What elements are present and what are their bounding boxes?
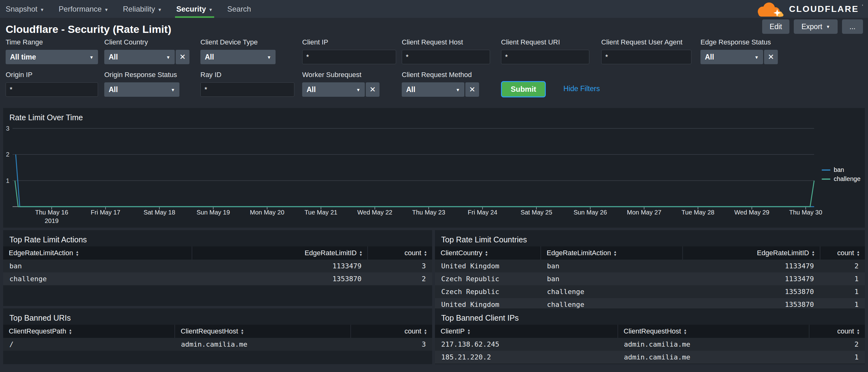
legend-item-challenge[interactable]: challenge [822, 175, 861, 183]
panel-title: Top Banned URIs [3, 308, 432, 322]
column-header-clientrequestpath[interactable]: ClientRequestPath▴▾ [3, 325, 175, 338]
sort-icon: ▴▾ [468, 329, 470, 335]
clear-client-request-method-button[interactable]: ✕ [465, 82, 479, 97]
worker-subrequest-select[interactable]: All ▼ [302, 82, 365, 97]
filter-label: Client IP [302, 38, 396, 47]
panel-top-rate-limit-countries: Top Rate Limit Countries ClientCountry▴▾… [435, 230, 865, 306]
filter-origin-ip: Origin IP [6, 71, 99, 97]
sort-icon: ▴▾ [614, 250, 616, 256]
export-button[interactable]: Export ▼ [794, 20, 837, 34]
chart-legend: ban challenge [822, 166, 861, 183]
origin-response-status-select[interactable]: All ▼ [104, 82, 179, 97]
client-country-select[interactable]: All ▼ [104, 50, 175, 64]
nav-item-snapshot[interactable]: Snapshot ▼ [6, 0, 44, 18]
chevron-down-icon: ▼ [754, 55, 759, 60]
client-request-uri-input[interactable] [501, 50, 589, 64]
ellipsis-icon: ... [849, 23, 856, 31]
edit-button[interactable]: Edit [762, 20, 790, 34]
x-axis-tick-label: Tue May 28 [671, 209, 725, 216]
clear-worker-subrequest-button[interactable]: ✕ [366, 82, 379, 97]
table-cell: Czech Republic [435, 272, 541, 285]
clear-client-country-button[interactable]: ✕ [176, 50, 189, 64]
table-row: /admin.camilia.me3 [3, 338, 432, 351]
nav-item-security[interactable]: Security ▼ [176, 0, 213, 18]
submit-button[interactable]: Submit [501, 81, 546, 97]
chevron-down-icon: ▼ [826, 24, 830, 29]
column-header-count[interactable]: count▴▾ [820, 246, 865, 259]
client-request-method-select[interactable]: All ▼ [402, 82, 464, 97]
filter-label: Client Device Type [200, 38, 297, 47]
client-request-user-agent-input[interactable] [601, 50, 691, 64]
filter-row-1: Time Range All time ▼ Client Country All… [6, 38, 786, 64]
nav-item-reliability[interactable]: Reliability ▼ [123, 0, 162, 18]
filter-label: Client Request User Agent [601, 38, 695, 47]
client-device-type-select[interactable]: All ▼ [200, 50, 276, 64]
filter-ray-id: Ray ID [200, 71, 297, 97]
top-rate-limit-actions-table: EdgeRateLimitAction▴▾EdgeRateLimitID▴▾co… [3, 246, 432, 285]
filter-worker-subrequest: Worker Subrequest All ▼ ✕ [302, 71, 396, 97]
column-header-clientcountry[interactable]: ClientCountry▴▾ [435, 246, 541, 259]
column-header-clientip[interactable]: ClientIP▴▾ [435, 325, 618, 338]
legend-item-ban[interactable]: ban [822, 166, 861, 174]
ray-id-input[interactable] [200, 82, 294, 97]
table-cell: admin.camilia.me [175, 338, 351, 351]
client-ip-input[interactable] [302, 50, 396, 64]
x-axis-tick-label: Thu May 23 [402, 209, 456, 216]
edge-response-status-select[interactable]: All ▼ [701, 50, 763, 64]
button-label: Edit [770, 23, 782, 31]
select-value: All [705, 53, 714, 61]
filter-client-request-user-agent: Client Request User Agent [601, 38, 695, 64]
table-row: Czech Republicchallenge13538701 [435, 285, 865, 298]
select-value: All [108, 86, 118, 94]
nav-label: Snapshot [6, 5, 37, 13]
more-options-button[interactable]: ... [842, 20, 863, 34]
sort-icon: ▴▾ [241, 329, 243, 335]
nav-label: Security [176, 5, 206, 13]
chevron-down-icon: ▼ [166, 55, 170, 60]
active-tab-underline [175, 16, 214, 18]
x-axis-tick-label: Sun May 19 [186, 209, 240, 216]
nav-item-search[interactable]: Search [227, 0, 251, 18]
hide-filters-link[interactable]: Hide Filters [563, 85, 600, 97]
column-header-clientrequesthost[interactable]: ClientRequestHost▴▾ [618, 325, 809, 338]
column-header-edgeratelimitid[interactable]: EdgeRateLimitID▴▾ [683, 246, 820, 259]
x-axis-tick-label: Sat May 18 [132, 209, 186, 216]
table-cell: 1133479 [192, 259, 368, 272]
panel-top-banned-uris: Top Banned URIs ClientRequestPath▴▾Clien… [3, 308, 432, 364]
table-cell: ban [3, 259, 192, 272]
table-row: challenge13538702 [3, 272, 432, 285]
table-cell: 1133479 [683, 272, 820, 285]
filter-client-request-uri: Client Request URI [501, 38, 596, 64]
column-header-count[interactable]: count▴▾ [351, 325, 432, 338]
column-header-count[interactable]: count▴▾ [809, 325, 865, 338]
clear-edge-response-status-button[interactable]: ✕ [764, 50, 778, 64]
chevron-down-icon: ▼ [40, 7, 44, 12]
client-request-host-input[interactable] [402, 50, 490, 64]
sort-icon: ▴▾ [424, 329, 427, 335]
filter-client-device-type: Client Device Type All ▼ [200, 38, 297, 64]
column-header-edgeratelimitid[interactable]: EdgeRateLimitID▴▾ [192, 246, 368, 259]
panel-top-rate-limit-actions: Top Rate Limit Actions EdgeRateLimitActi… [3, 230, 432, 306]
legend-challenge-swatch [822, 179, 830, 180]
table-cell: challenge [3, 272, 192, 285]
panel-title: Top Rate Limit Actions [3, 230, 432, 244]
x-axis-labels: Thu May 162019Fri May 17Sat May 18Sun Ma… [3, 209, 865, 226]
column-header-clientrequesthost[interactable]: ClientRequestHost▴▾ [175, 325, 351, 338]
chevron-down-icon: ▼ [89, 55, 94, 60]
x-axis-tick-label: Fri May 24 [456, 209, 509, 216]
column-header-edgeratelimitaction[interactable]: EdgeRateLimitAction▴▾ [3, 246, 192, 259]
column-header-count[interactable]: count▴▾ [368, 246, 432, 259]
column-header-edgeratelimitaction[interactable]: EdgeRateLimitAction▴▾ [541, 246, 683, 259]
origin-ip-input[interactable] [6, 82, 98, 97]
filter-label: Time Range [6, 38, 99, 47]
x-axis-tick-label: Fri May 17 [79, 209, 132, 216]
nav-item-performance[interactable]: Performance ▼ [59, 0, 108, 18]
chevron-down-icon: ▼ [209, 7, 213, 12]
table-row: 185.21.220.2admin.camilia.me1 [435, 351, 865, 364]
top-rate-limit-countries-table: ClientCountry▴▾EdgeRateLimitAction▴▾Edge… [435, 246, 865, 311]
sort-icon: ▴▾ [812, 250, 814, 256]
panel-rate-limit-over-time: Rate Limit Over Time 123 Thu May 162019F… [3, 108, 865, 228]
time-range-select[interactable]: All time ▼ [6, 50, 98, 64]
panel-top-banned-client-ips: Top Banned Client IPs ClientIP▴▾ClientRe… [435, 308, 865, 364]
table-cell: challenge [541, 285, 683, 298]
